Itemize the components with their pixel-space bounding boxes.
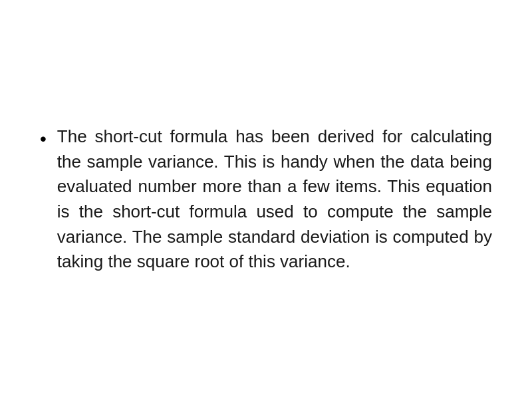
bullet-text: The short-cut formula has been derived f… <box>57 124 492 275</box>
bullet-item: • The short-cut formula has been derived… <box>40 124 492 275</box>
content-area: • The short-cut formula has been derived… <box>27 98 505 301</box>
bullet-dot: • <box>40 126 47 152</box>
